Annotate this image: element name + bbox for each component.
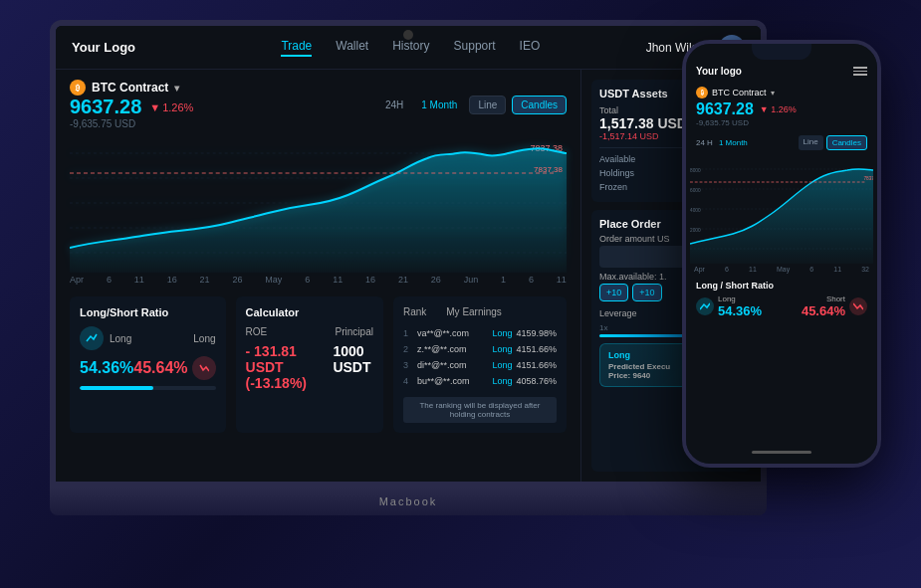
long-ratio-item: Long xyxy=(80,326,131,350)
available-label: Available xyxy=(599,154,635,164)
nav-link-history[interactable]: History xyxy=(392,39,429,57)
rank-type-1: Long xyxy=(492,328,512,338)
rank-notice: The ranking will be displayed after hold… xyxy=(403,397,557,423)
calc-labels-row: ROE Principal xyxy=(246,326,373,337)
roe-label: ROE xyxy=(246,326,268,337)
phone-logo: Your logo xyxy=(696,66,742,77)
dropdown-icon[interactable]: ▾ xyxy=(174,83,179,94)
phone-price: 9637.28 xyxy=(696,100,754,118)
plus10-btn-1[interactable]: +10 xyxy=(599,284,628,301)
principal-label: Principal xyxy=(336,326,373,337)
phone-short-label: Short xyxy=(802,294,845,303)
chart-header: ₿ BTC Contract ▾ 9637.28 ▼ 1.26% xyxy=(70,80,567,129)
rank-type-3: Long xyxy=(492,360,512,370)
rank-row-4: 4 bu**@**.com Long 4058.76% xyxy=(403,373,557,389)
ratio-section: Long/Short Ratio Long Long xyxy=(70,296,226,433)
down-arrow-icon: ▼ xyxy=(149,101,160,113)
phone-ratio-row: Long 54.36% Short 45.64% xyxy=(696,294,867,318)
rank-num-3: 3 xyxy=(403,360,413,370)
nav-logo: Your Logo xyxy=(72,40,135,55)
rank-header: Rank My Earnings xyxy=(403,306,557,317)
principal-value: 1000 USDT xyxy=(333,343,373,391)
laptop: Your Logo Trade Wallet History Support I… xyxy=(50,20,767,537)
rank-email-3: di**@**.com xyxy=(417,360,493,370)
leverage-min: 1x xyxy=(599,323,607,332)
phone-long-icon xyxy=(696,297,714,315)
chart-controls: 24H 1 Month Line Candles xyxy=(379,96,567,114)
nav-link-support[interactable]: Support xyxy=(454,39,496,57)
phone-candles-btn[interactable]: Candles xyxy=(826,135,867,150)
phone-line-btn[interactable]: Line xyxy=(799,135,823,150)
nav-links: Trade Wallet History Support IEO xyxy=(175,39,646,57)
phone-x-labels: Apr611May61132 xyxy=(686,264,877,275)
chart-price: 9637.28 xyxy=(70,96,141,118)
phone-long-value: 54.36% xyxy=(718,303,762,318)
phone-chart-area: 7837 8000 6000 4000 2000 xyxy=(686,154,877,264)
usdt-title: USDT Assets xyxy=(599,88,668,99)
phone-chart-controls: 24 H 1 Month Line Candles xyxy=(686,135,877,154)
phone-price-row: 9637.28 ▼ 1.26% xyxy=(696,100,867,118)
holdings-label: Holdings xyxy=(599,168,634,178)
time-1month[interactable]: 1 Month xyxy=(415,98,463,112)
ratio-values-row: 54.36% 45.64% xyxy=(80,356,216,380)
candles-btn[interactable]: Candles xyxy=(512,96,567,114)
laptop-brand-label: Macbook xyxy=(379,495,438,507)
svg-text:2000: 2000 xyxy=(690,228,701,233)
phone-asset-info: ₿ BTC Contract ▾ 9637.28 ▼ 1.26% -9,635.… xyxy=(686,83,877,135)
phone-asset-name-row: ₿ BTC Contract ▾ xyxy=(696,87,867,98)
btc-icon: ₿ xyxy=(70,80,86,96)
svg-text:8000: 8000 xyxy=(690,168,701,173)
laptop-base: Macbook xyxy=(50,488,767,515)
chart-svg xyxy=(70,133,567,273)
laptop-screen: Your Logo Trade Wallet History Support I… xyxy=(50,20,767,488)
short-value: 45.64% xyxy=(133,359,187,377)
phone-short-value: 45.64% xyxy=(802,303,845,318)
svg-text:6000: 6000 xyxy=(690,188,701,193)
screen-content: Your Logo Trade Wallet History Support I… xyxy=(56,26,761,482)
phone-dropdown-icon[interactable]: ▾ xyxy=(771,89,775,98)
rank-type-2: Long xyxy=(492,344,512,354)
chart-change: ▼ 1.26% xyxy=(149,101,193,113)
phone-chart-svg: 7837 8000 6000 4000 2000 xyxy=(690,154,873,264)
phone-chart-type-btns: Line Candles xyxy=(799,135,867,150)
phone-nav: Your logo xyxy=(686,62,877,83)
rank-pct-1: 4159.98% xyxy=(516,328,557,338)
leverage-fill xyxy=(599,334,685,337)
earnings-col-label: My Earnings xyxy=(446,306,502,317)
phone-long-label: Long xyxy=(718,294,762,303)
rank-pct-4: 4058.76% xyxy=(516,376,557,386)
time-24h[interactable]: 24H xyxy=(379,98,409,112)
calculator-section: Calculator ROE Principal - 131.81 USDT (… xyxy=(236,296,383,433)
phone-change: ▼ 1.26% xyxy=(760,104,797,114)
rank-email-4: bu**@**.com xyxy=(417,376,493,386)
long-ratio-icon xyxy=(80,326,104,350)
hamburger-icon[interactable] xyxy=(853,67,867,76)
plus10-btn-2[interactable]: +10 xyxy=(632,284,661,301)
phone: Your logo ₿ BTC Contract ▾ 9637.28 ▼ 1.2… xyxy=(682,40,881,468)
phone-long-item: Long 54.36% xyxy=(696,294,762,318)
roe-value: - 131.81 USDT (-13.18%) xyxy=(246,343,334,391)
long-bar xyxy=(80,386,153,390)
nav-link-ieo[interactable]: IEO xyxy=(520,39,541,57)
main-area: ₿ BTC Contract ▾ 9637.28 ▼ 1.26% xyxy=(56,70,761,482)
ham-line-1 xyxy=(853,67,867,69)
line-btn[interactable]: Line xyxy=(469,96,506,114)
phone-asset-name: BTC Contract xyxy=(712,88,767,98)
nav-link-wallet[interactable]: Wallet xyxy=(336,39,368,57)
rank-email-2: z.**@**.com xyxy=(417,344,493,354)
phone-time-1month[interactable]: 1 Month xyxy=(719,138,748,147)
asset-info: ₿ BTC Contract ▾ 9637.28 ▼ 1.26% xyxy=(70,80,193,129)
ham-line-2 xyxy=(853,71,867,73)
rank-row-1: 1 va**@**.com Long 4159.98% xyxy=(403,325,557,341)
short-label-right: Long xyxy=(193,333,215,344)
chart-wrapper: 7837.38 xyxy=(70,133,567,273)
nav-link-trade[interactable]: Trade xyxy=(281,39,312,57)
phone-time-24h[interactable]: 24 H xyxy=(696,138,713,147)
long-label: Long xyxy=(608,350,630,360)
leverage-label: Leverage xyxy=(599,308,637,318)
ratio-row: Long Long xyxy=(80,326,216,350)
asset-name-row: ₿ BTC Contract ▾ xyxy=(70,80,193,96)
phone-time-buttons: 24 H 1 Month xyxy=(696,138,748,147)
calc-title: Calculator xyxy=(246,306,373,318)
svg-text:4000: 4000 xyxy=(690,208,701,213)
